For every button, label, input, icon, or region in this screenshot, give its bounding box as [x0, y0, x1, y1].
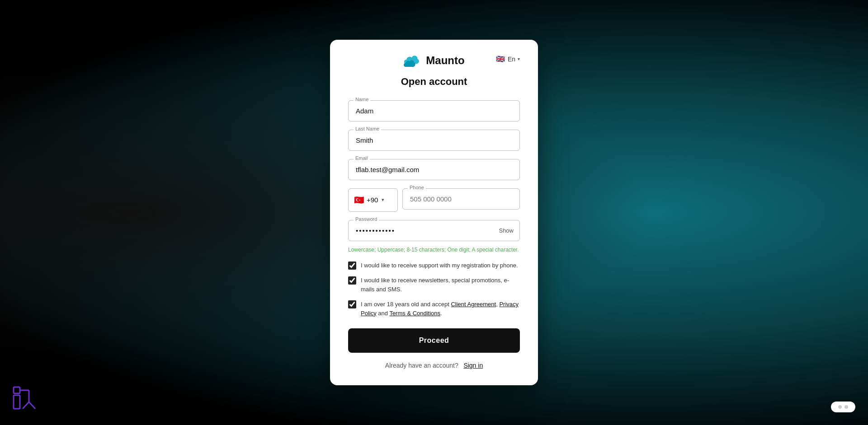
phone-number-wrapper: Phone — [402, 188, 520, 212]
logo-icon — [403, 54, 421, 67]
country-code: +90 — [367, 196, 378, 204]
name-input[interactable] — [348, 100, 520, 121]
logo-text: Maunto — [426, 54, 464, 67]
phone-row: 🇹🇷 +90 ▾ Phone — [348, 188, 520, 212]
svg-line-4 — [29, 402, 35, 409]
show-password-button[interactable]: Show — [499, 227, 514, 234]
checkbox-row-1: I would like to receive support with my … — [348, 261, 520, 270]
email-field-group: Email — [348, 159, 520, 180]
checkbox-label-3: I am over 18 years old and accept Client… — [361, 300, 520, 318]
phone-input[interactable] — [402, 188, 520, 210]
language-label: En — [508, 56, 515, 63]
signin-row: Already have an account? Sign in — [348, 362, 520, 369]
registration-modal: Maunto 🇬🇧 En ▾ Open account Name Last Na… — [330, 40, 538, 386]
svg-rect-1 — [14, 395, 20, 409]
name-label: Name — [354, 97, 370, 102]
already-have-account-text: Already have an account? — [385, 362, 458, 369]
password-field-group: Password Show — [348, 220, 520, 241]
chat-widget[interactable] — [831, 402, 855, 412]
checkbox-label-1: I would like to receive support with my … — [361, 261, 518, 270]
last-name-field-group: Last Name — [348, 130, 520, 151]
email-input[interactable] — [348, 159, 520, 180]
modal-header: Maunto 🇬🇧 En ▾ — [348, 54, 520, 67]
language-selector[interactable]: 🇬🇧 En ▾ — [495, 54, 520, 64]
sign-in-link[interactable]: Sign in — [463, 362, 483, 369]
proceed-button[interactable]: Proceed — [348, 328, 520, 353]
email-label: Email — [354, 155, 370, 161]
checkbox-newsletters[interactable] — [348, 276, 356, 285]
chevron-down-icon: ▾ — [382, 197, 384, 203]
corner-logo — [13, 386, 36, 412]
checkbox-terms[interactable] — [348, 300, 356, 308]
svg-line-5 — [23, 402, 29, 409]
client-agreement-link[interactable]: Client Agreement — [451, 301, 496, 308]
last-name-input[interactable] — [348, 130, 520, 151]
password-label: Password — [354, 216, 379, 222]
chevron-down-icon: ▾ — [518, 56, 520, 61]
last-name-label: Last Name — [354, 126, 381, 131]
chat-dot — [844, 405, 848, 409]
phone-country-selector[interactable]: 🇹🇷 +90 ▾ — [348, 188, 398, 212]
brand-logo: Maunto — [403, 54, 464, 67]
checkbox-group: I would like to receive support with my … — [348, 261, 520, 318]
svg-rect-0 — [14, 387, 20, 393]
page-title: Open account — [348, 76, 520, 88]
checkbox-label-2: I would like to receive newsletters, spe… — [361, 276, 520, 294]
checkbox-row-3: I am over 18 years old and accept Client… — [348, 300, 520, 318]
flag-icon: 🇬🇧 — [495, 54, 505, 64]
phone-label: Phone — [408, 185, 426, 190]
checkbox-phone-support[interactable] — [348, 262, 356, 270]
checkbox-row-2: I would like to receive newsletters, spe… — [348, 276, 520, 294]
chat-dot — [838, 405, 842, 409]
country-flag: 🇹🇷 — [354, 195, 364, 205]
terms-conditions-link[interactable]: Terms & Conditions — [389, 310, 440, 317]
password-input[interactable] — [348, 220, 520, 241]
password-hint: Lowercase; Uppercase; 8-15 characters; O… — [348, 246, 520, 254]
name-field-group: Name — [348, 100, 520, 121]
